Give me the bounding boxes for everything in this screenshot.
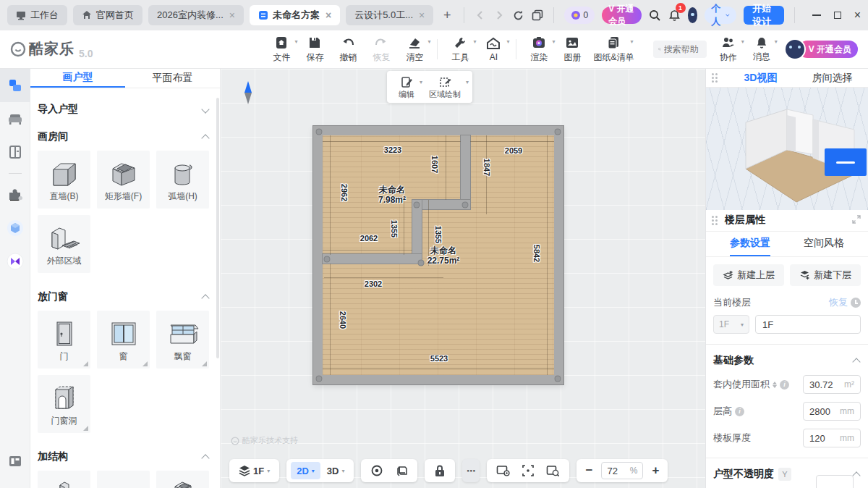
new-tab-button[interactable]: + bbox=[439, 6, 455, 25]
back-button[interactable] bbox=[475, 7, 486, 23]
section-add-structure[interactable]: 加结构 bbox=[38, 450, 210, 463]
new-upper-floor-button[interactable]: 新建上层 bbox=[713, 264, 784, 286]
wall-joint[interactable] bbox=[418, 260, 425, 266]
tool-opening[interactable]: 门窗洞 bbox=[38, 375, 90, 433]
redo-button[interactable]: 恢复 bbox=[367, 33, 396, 66]
drag-handle-icon[interactable] bbox=[712, 216, 722, 225]
opacity-header[interactable]: 户型不透明度 Y bbox=[713, 468, 861, 481]
close-icon[interactable]: × bbox=[419, 9, 425, 21]
rail-item-furniture[interactable] bbox=[0, 102, 30, 135]
wall-joint[interactable] bbox=[324, 256, 331, 263]
minimize-button[interactable] bbox=[812, 14, 821, 16]
orbit-view-button[interactable] bbox=[365, 464, 388, 477]
new-lower-floor-button[interactable]: 新建下层 bbox=[790, 264, 861, 286]
expand-icon[interactable] bbox=[852, 215, 861, 226]
wall-joint[interactable] bbox=[316, 129, 323, 135]
vip-upgrade-button[interactable]: V 开通会员 bbox=[799, 41, 858, 58]
floor-name-field[interactable] bbox=[755, 315, 861, 334]
help-search[interactable] bbox=[653, 41, 707, 58]
tab-unnamed-plan[interactable]: 未命名方案 × bbox=[250, 5, 340, 25]
interior-wall[interactable] bbox=[323, 254, 422, 264]
interior-wall[interactable] bbox=[461, 135, 470, 209]
tab-draw-floorplan[interactable]: 画户型 bbox=[30, 69, 125, 88]
maximize-button[interactable] bbox=[834, 12, 841, 19]
clear-button[interactable]: ▾清空 bbox=[400, 33, 429, 66]
assistant-avatar[interactable] bbox=[688, 7, 698, 23]
center-focus-button[interactable] bbox=[516, 464, 540, 477]
section-draw-room[interactable]: 画房间 bbox=[38, 130, 210, 143]
zoom-in-button[interactable]: + bbox=[647, 463, 663, 478]
wall-joint[interactable] bbox=[316, 376, 323, 382]
render-button[interactable]: ▾渲染 bbox=[524, 33, 553, 66]
section-doors-windows[interactable]: 放门窗 bbox=[38, 290, 210, 303]
collapse-panel-button[interactable] bbox=[825, 148, 867, 176]
tool-bay-window[interactable]: 飘窗 bbox=[156, 311, 209, 369]
account-menu[interactable]: 个人 bbox=[705, 7, 736, 24]
rail-item-brand[interactable] bbox=[0, 245, 30, 278]
messages-button[interactable]: ▾消息 bbox=[747, 33, 776, 66]
close-window-button[interactable]: × bbox=[854, 9, 861, 21]
floorplan[interactable]: 3223 2059 1607 1847 2962 1355 2062 1355 … bbox=[313, 126, 563, 384]
refresh-button[interactable] bbox=[512, 7, 524, 23]
rail-item-build[interactable] bbox=[0, 69, 30, 102]
basic-params-header[interactable]: 基础参数 bbox=[713, 354, 861, 367]
tool-rect-wall[interactable]: 矩形墙(F) bbox=[97, 151, 150, 209]
info-icon[interactable]: i bbox=[780, 380, 789, 390]
tab-2026-design[interactable]: 2026室内装修... × bbox=[148, 5, 244, 25]
file-button[interactable]: ▾文件 bbox=[267, 33, 296, 66]
search-button[interactable] bbox=[649, 7, 661, 23]
tab-homepage[interactable]: 官网首页 bbox=[73, 5, 142, 25]
vip-upgrade-button[interactable]: V 开通会员 bbox=[602, 7, 641, 24]
wall-joint[interactable] bbox=[462, 202, 469, 209]
tool-arc-wall[interactable]: 弧墙(H) bbox=[156, 151, 209, 209]
rail-item-3d-viewer[interactable] bbox=[0, 211, 30, 245]
opacity-input[interactable] bbox=[816, 475, 854, 488]
tab-param-settings[interactable]: 参数设置 bbox=[713, 237, 787, 256]
region-draw-button[interactable]: ▾ 区域绘制 bbox=[422, 75, 468, 100]
3d-box-view-button[interactable] bbox=[390, 464, 413, 477]
zoom-out-button[interactable]: − bbox=[581, 463, 597, 478]
zoom-region-button[interactable] bbox=[541, 464, 565, 477]
save-button[interactable]: 保存 bbox=[300, 33, 329, 66]
view-settings-button[interactable] bbox=[491, 464, 515, 477]
undo-button[interactable]: 撤销 bbox=[333, 33, 362, 66]
coin-balance[interactable]: 0 bbox=[564, 7, 595, 24]
more-tools-button[interactable]: ⋯ bbox=[462, 459, 480, 482]
sort-arrows-icon[interactable] bbox=[773, 382, 777, 388]
tab-room-select[interactable]: 房间选择 bbox=[796, 72, 868, 85]
vip-banner[interactable]: V 开通会员 bbox=[786, 40, 858, 59]
album-button[interactable]: 图册 bbox=[558, 33, 587, 66]
duplicate-button[interactable] bbox=[532, 7, 543, 23]
area-input[interactable]: 30.72 m² bbox=[803, 375, 861, 394]
ai-button[interactable]: ▾AI bbox=[479, 33, 508, 66]
tool-pillar[interactable] bbox=[38, 471, 90, 488]
tool-beam[interactable] bbox=[97, 471, 150, 488]
drag-handle-icon[interactable] bbox=[712, 73, 722, 83]
close-icon[interactable]: × bbox=[326, 9, 331, 21]
room-label[interactable]: 未命名 7.98m² bbox=[378, 185, 406, 206]
design-canvas[interactable]: ▾ 编辑 ▾ 区域绘制 bbox=[221, 69, 705, 488]
edit-tool-button[interactable]: ▾ 编辑 bbox=[391, 75, 422, 100]
panel-scrollbar[interactable] bbox=[216, 98, 219, 358]
notifications-button[interactable]: 1 bbox=[668, 7, 681, 23]
tool-door[interactable]: 门 bbox=[38, 311, 90, 369]
wall-joint[interactable] bbox=[555, 376, 561, 382]
mode-3d-button[interactable]: 3D▾ bbox=[322, 466, 350, 476]
rail-item-plugins[interactable] bbox=[0, 178, 30, 211]
restore-button[interactable]: 恢复 bbox=[829, 296, 861, 309]
tab-workbench[interactable]: 工作台 bbox=[7, 5, 67, 25]
forward-button[interactable] bbox=[493, 7, 505, 23]
floor-name-input[interactable] bbox=[762, 319, 854, 330]
info-icon[interactable]: i bbox=[735, 407, 744, 416]
floor-select-dropdown[interactable]: 1F ▾ bbox=[713, 315, 749, 334]
tool-flue[interactable] bbox=[156, 471, 209, 488]
tab-floor-layout[interactable]: 平面布置 bbox=[125, 69, 220, 88]
section-import-floorplan[interactable]: 导入户型 bbox=[38, 103, 210, 116]
slab-thickness-input[interactable]: 120 mm bbox=[803, 429, 861, 447]
tab-space-style[interactable]: 空间风格 bbox=[787, 237, 861, 256]
tab-3d-view[interactable]: 3D视图 bbox=[725, 72, 796, 85]
close-icon[interactable]: × bbox=[229, 9, 235, 21]
zoom-level-input[interactable]: 72 % bbox=[601, 462, 643, 479]
wall-joint[interactable] bbox=[555, 129, 561, 135]
wall-joint[interactable] bbox=[414, 202, 420, 209]
